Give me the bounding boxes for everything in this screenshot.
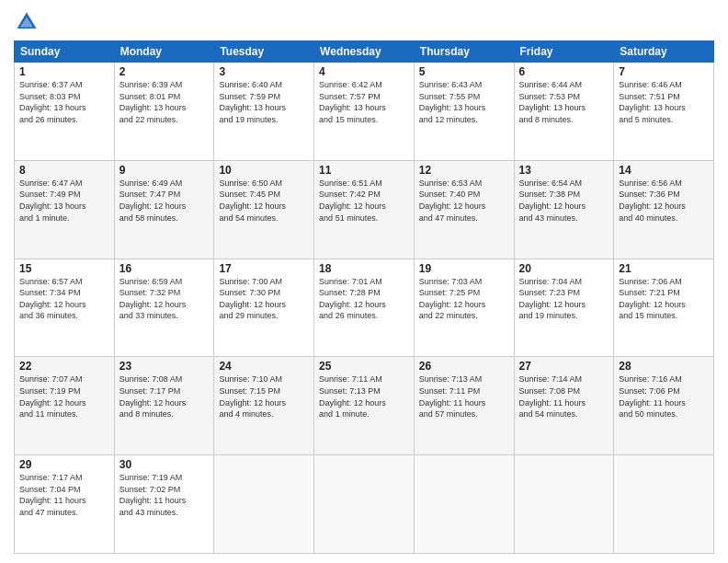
day-cell: 9Sunrise: 6:49 AM Sunset: 7:47 PM Daylig… — [114, 160, 214, 259]
day-cell: 6Sunrise: 6:44 AM Sunset: 7:53 PM Daylig… — [514, 63, 614, 161]
day-cell: 5Sunrise: 6:43 AM Sunset: 7:55 PM Daylig… — [414, 63, 514, 161]
day-number: 24 — [219, 360, 309, 373]
header — [14, 9, 714, 35]
col-friday: Friday — [514, 41, 614, 63]
day-info: Sunrise: 6:50 AM Sunset: 7:45 PM Dayligh… — [219, 178, 309, 224]
day-info: Sunrise: 6:43 AM Sunset: 7:55 PM Dayligh… — [419, 79, 509, 125]
day-number: 5 — [419, 65, 509, 78]
day-info: Sunrise: 6:51 AM Sunset: 7:42 PM Dayligh… — [319, 178, 409, 224]
day-cell: 19Sunrise: 7:03 AM Sunset: 7:25 PM Dayli… — [414, 259, 514, 357]
day-cell: 22Sunrise: 7:07 AM Sunset: 7:19 PM Dayli… — [15, 357, 115, 455]
day-number: 22 — [19, 360, 109, 373]
day-number: 30 — [119, 458, 210, 471]
day-info: Sunrise: 6:49 AM Sunset: 7:47 PM Dayligh… — [119, 178, 210, 224]
day-info: Sunrise: 7:00 AM Sunset: 7:30 PM Dayligh… — [219, 276, 309, 322]
day-cell: 16Sunrise: 6:59 AM Sunset: 7:32 PM Dayli… — [114, 259, 214, 357]
day-number: 27 — [519, 360, 609, 373]
day-cell: 11Sunrise: 6:51 AM Sunset: 7:42 PM Dayli… — [314, 160, 415, 259]
day-info: Sunrise: 7:04 AM Sunset: 7:23 PM Dayligh… — [519, 276, 609, 322]
day-cell: 8Sunrise: 6:47 AM Sunset: 7:49 PM Daylig… — [15, 160, 115, 259]
col-wednesday: Wednesday — [314, 41, 415, 63]
page: Sunday Monday Tuesday Wednesday Thursday… — [0, 0, 728, 563]
day-number: 4 — [319, 65, 409, 78]
day-info: Sunrise: 6:40 AM Sunset: 7:59 PM Dayligh… — [219, 79, 309, 125]
day-number: 1 — [19, 65, 109, 78]
day-number: 3 — [219, 65, 309, 78]
day-cell — [614, 455, 714, 554]
day-info: Sunrise: 6:59 AM Sunset: 7:32 PM Dayligh… — [119, 276, 210, 322]
day-cell: 30Sunrise: 7:19 AM Sunset: 7:02 PM Dayli… — [114, 455, 214, 554]
week-row-5: 29Sunrise: 7:17 AM Sunset: 7:04 PM Dayli… — [15, 455, 714, 554]
day-info: Sunrise: 6:37 AM Sunset: 8:03 PM Dayligh… — [19, 79, 109, 125]
day-number: 9 — [119, 164, 210, 177]
day-info: Sunrise: 7:11 AM Sunset: 7:13 PM Dayligh… — [319, 373, 409, 419]
day-number: 29 — [19, 458, 109, 471]
day-cell: 26Sunrise: 7:13 AM Sunset: 7:11 PM Dayli… — [414, 357, 514, 455]
day-cell: 15Sunrise: 6:57 AM Sunset: 7:34 PM Dayli… — [15, 259, 115, 357]
col-tuesday: Tuesday — [214, 41, 314, 63]
day-number: 18 — [319, 262, 409, 275]
day-number: 21 — [619, 262, 709, 275]
day-cell: 13Sunrise: 6:54 AM Sunset: 7:38 PM Dayli… — [514, 160, 614, 259]
day-info: Sunrise: 7:08 AM Sunset: 7:17 PM Dayligh… — [119, 373, 210, 419]
day-cell: 25Sunrise: 7:11 AM Sunset: 7:13 PM Dayli… — [314, 357, 415, 455]
day-number: 11 — [319, 164, 409, 177]
day-cell: 18Sunrise: 7:01 AM Sunset: 7:28 PM Dayli… — [314, 259, 415, 357]
day-number: 2 — [119, 65, 210, 78]
col-saturday: Saturday — [614, 41, 714, 63]
day-info: Sunrise: 7:10 AM Sunset: 7:15 PM Dayligh… — [219, 373, 309, 419]
day-info: Sunrise: 7:19 AM Sunset: 7:02 PM Dayligh… — [119, 472, 210, 518]
day-info: Sunrise: 6:42 AM Sunset: 7:57 PM Dayligh… — [319, 79, 409, 125]
week-row-3: 15Sunrise: 6:57 AM Sunset: 7:34 PM Dayli… — [15, 259, 714, 357]
day-info: Sunrise: 7:14 AM Sunset: 7:08 PM Dayligh… — [519, 373, 609, 419]
logo-icon — [14, 9, 40, 35]
day-number: 25 — [319, 360, 409, 373]
week-row-4: 22Sunrise: 7:07 AM Sunset: 7:19 PM Dayli… — [15, 357, 714, 455]
day-info: Sunrise: 6:47 AM Sunset: 7:49 PM Dayligh… — [19, 178, 109, 224]
day-cell: 24Sunrise: 7:10 AM Sunset: 7:15 PM Dayli… — [214, 357, 314, 455]
day-info: Sunrise: 6:54 AM Sunset: 7:38 PM Dayligh… — [519, 178, 609, 224]
day-cell: 21Sunrise: 7:06 AM Sunset: 7:21 PM Dayli… — [614, 259, 714, 357]
day-number: 20 — [519, 262, 609, 275]
day-info: Sunrise: 6:44 AM Sunset: 7:53 PM Dayligh… — [519, 79, 609, 125]
day-cell: 20Sunrise: 7:04 AM Sunset: 7:23 PM Dayli… — [514, 259, 614, 357]
day-number: 23 — [119, 360, 210, 373]
day-number: 26 — [419, 360, 509, 373]
day-number: 12 — [419, 164, 509, 177]
day-cell: 4Sunrise: 6:42 AM Sunset: 7:57 PM Daylig… — [314, 63, 415, 161]
day-cell: 7Sunrise: 6:46 AM Sunset: 7:51 PM Daylig… — [614, 63, 714, 161]
day-cell: 12Sunrise: 6:53 AM Sunset: 7:40 PM Dayli… — [414, 160, 514, 259]
day-cell: 14Sunrise: 6:56 AM Sunset: 7:36 PM Dayli… — [614, 160, 714, 259]
col-sunday: Sunday — [15, 41, 115, 63]
day-cell: 27Sunrise: 7:14 AM Sunset: 7:08 PM Dayli… — [514, 357, 614, 455]
day-info: Sunrise: 7:03 AM Sunset: 7:25 PM Dayligh… — [419, 276, 509, 322]
day-cell — [514, 455, 614, 554]
day-info: Sunrise: 6:46 AM Sunset: 7:51 PM Dayligh… — [619, 79, 709, 125]
week-row-2: 8Sunrise: 6:47 AM Sunset: 7:49 PM Daylig… — [15, 160, 714, 259]
day-number: 17 — [219, 262, 309, 275]
day-info: Sunrise: 6:57 AM Sunset: 7:34 PM Dayligh… — [19, 276, 109, 322]
day-info: Sunrise: 6:56 AM Sunset: 7:36 PM Dayligh… — [619, 178, 709, 224]
day-info: Sunrise: 7:16 AM Sunset: 7:06 PM Dayligh… — [619, 373, 709, 419]
day-cell: 29Sunrise: 7:17 AM Sunset: 7:04 PM Dayli… — [15, 455, 115, 554]
header-row: Sunday Monday Tuesday Wednesday Thursday… — [15, 41, 714, 63]
day-info: Sunrise: 6:53 AM Sunset: 7:40 PM Dayligh… — [419, 178, 509, 224]
day-info: Sunrise: 7:01 AM Sunset: 7:28 PM Dayligh… — [319, 276, 409, 322]
day-info: Sunrise: 7:06 AM Sunset: 7:21 PM Dayligh… — [619, 276, 709, 322]
day-number: 15 — [19, 262, 109, 275]
day-cell — [314, 455, 415, 554]
col-monday: Monday — [114, 41, 214, 63]
day-number: 13 — [519, 164, 609, 177]
calendar: Sunday Monday Tuesday Wednesday Thursday… — [14, 40, 714, 554]
day-number: 19 — [419, 262, 509, 275]
day-info: Sunrise: 7:07 AM Sunset: 7:19 PM Dayligh… — [19, 373, 109, 419]
day-cell: 23Sunrise: 7:08 AM Sunset: 7:17 PM Dayli… — [114, 357, 214, 455]
day-number: 7 — [619, 65, 709, 78]
day-info: Sunrise: 7:17 AM Sunset: 7:04 PM Dayligh… — [19, 472, 109, 518]
day-cell: 28Sunrise: 7:16 AM Sunset: 7:06 PM Dayli… — [614, 357, 714, 455]
day-number: 6 — [519, 65, 609, 78]
day-number: 10 — [219, 164, 309, 177]
col-thursday: Thursday — [414, 41, 514, 63]
day-cell: 2Sunrise: 6:39 AM Sunset: 8:01 PM Daylig… — [114, 63, 214, 161]
day-cell: 17Sunrise: 7:00 AM Sunset: 7:30 PM Dayli… — [214, 259, 314, 357]
